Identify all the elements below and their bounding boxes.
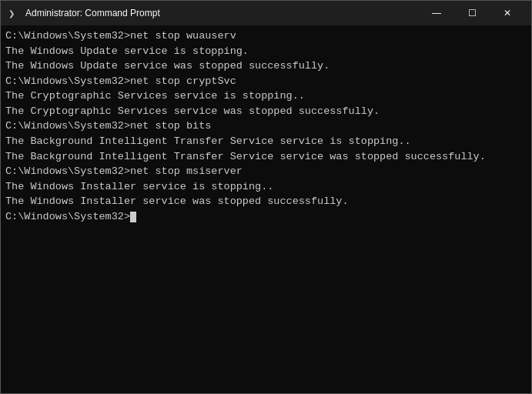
console-line: The Cryptographic Services service was s… <box>5 104 527 119</box>
console-line: The Background Intelligent Transfer Serv… <box>5 149 527 165</box>
minimize-button[interactable]: — <box>419 1 454 25</box>
console-line: The Windows Update service was stopped s… <box>5 58 527 74</box>
window-title: Administrator: Command Prompt <box>25 8 419 18</box>
close-button[interactable]: ✕ <box>490 1 525 25</box>
console-line: The Background Intelligent Transfer Serv… <box>5 134 527 149</box>
window-controls: — ☐ ✕ <box>419 1 525 25</box>
console-line: C:\Windows\System32>net stop bits <box>5 119 527 134</box>
cmd-icon: ❯ <box>7 7 19 19</box>
title-bar: ❯ Administrator: Command Prompt — ☐ ✕ <box>1 1 531 25</box>
command-prompt-window: ❯ Administrator: Command Prompt — ☐ ✕ C:… <box>0 0 532 394</box>
console-line: C:\Windows\System32> <box>5 209 527 225</box>
cursor <box>130 212 136 222</box>
svg-text:❯: ❯ <box>8 10 15 18</box>
console-line: The Windows Update service is stopping. <box>5 44 527 59</box>
console-line: C:\Windows\System32>net stop cryptSvc <box>5 74 527 89</box>
console-line: The Windows Installer service is stoppin… <box>5 179 527 195</box>
console-output[interactable]: C:\Windows\System32>net stop wuauservThe… <box>1 25 531 393</box>
maximize-button[interactable]: ☐ <box>454 1 490 25</box>
console-line: The Cryptographic Services service is st… <box>5 88 527 104</box>
console-line: C:\Windows\System32>net stop wuauserv <box>5 28 527 44</box>
console-line: C:\Windows\System32>net stop msiserver <box>5 164 527 179</box>
console-line: The Windows Installer service was stoppe… <box>5 194 527 209</box>
